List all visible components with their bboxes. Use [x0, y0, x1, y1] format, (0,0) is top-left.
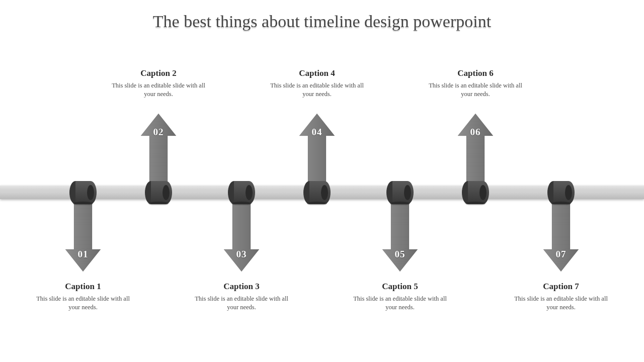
caption-body-06: This slide is an editable slide with all…: [423, 81, 528, 99]
timeline-ring-03: [227, 180, 256, 205]
svg-point-13: [246, 185, 253, 200]
timeline-ring-02: [144, 180, 173, 205]
caption-block-03: Caption 3This slide is an editable slide…: [189, 282, 294, 312]
timeline-arrow-03: [224, 197, 259, 272]
timeline-ring-05: [385, 180, 415, 205]
caption-title-04: Caption 4: [264, 68, 370, 78]
timeline-number-04: 04: [299, 127, 335, 138]
timeline-arrow-05: [382, 197, 418, 272]
timeline-number-03: 03: [224, 249, 259, 260]
caption-block-01: Caption 1This slide is an editable slide…: [30, 282, 136, 312]
caption-body-01: This slide is an editable slide with all…: [30, 295, 136, 312]
svg-point-3: [87, 185, 94, 200]
caption-title-02: Caption 2: [106, 68, 211, 78]
timeline-number-07: 07: [543, 249, 579, 260]
caption-body-07: This slide is an editable slide with all…: [508, 295, 614, 312]
timeline-arrow-06: [458, 114, 493, 188]
timeline-ring-01: [68, 180, 98, 205]
caption-title-07: Caption 7: [508, 282, 614, 292]
slide: { "title": "The best things about timeli…: [0, 0, 644, 362]
timeline-ring-04: [302, 180, 332, 205]
svg-point-33: [565, 185, 572, 200]
timeline-number-01: 01: [65, 249, 101, 260]
timeline-arrow-02: [141, 114, 176, 188]
caption-body-05: This slide is an editable slide with all…: [347, 295, 453, 312]
caption-title-05: Caption 5: [347, 282, 453, 292]
caption-block-06: Caption 6This slide is an editable slide…: [423, 68, 528, 99]
caption-block-02: Caption 2This slide is an editable slide…: [106, 68, 211, 99]
caption-body-04: This slide is an editable slide with all…: [264, 81, 370, 99]
timeline-number-02: 02: [141, 127, 176, 138]
timeline-arrow-07: [543, 197, 579, 272]
caption-block-04: Caption 4This slide is an editable slide…: [264, 68, 370, 99]
caption-body-03: This slide is an editable slide with all…: [189, 295, 294, 312]
svg-point-23: [404, 185, 411, 200]
caption-body-02: This slide is an editable slide with all…: [106, 81, 211, 99]
timeline-ring-06: [461, 180, 490, 205]
caption-block-07: Caption 7This slide is an editable slide…: [508, 282, 614, 312]
slide-title: The best things about timeline design po…: [0, 12, 644, 31]
timeline-arrow-01: [65, 197, 101, 272]
caption-title-06: Caption 6: [423, 68, 528, 78]
timeline-number-06: 06: [458, 127, 493, 138]
timeline-arrow-04: [299, 114, 335, 188]
svg-point-8: [163, 185, 170, 200]
caption-title-03: Caption 3: [189, 282, 294, 292]
timeline-ring-07: [546, 180, 576, 205]
svg-point-18: [321, 185, 328, 200]
svg-point-28: [479, 185, 487, 200]
timeline-number-05: 05: [382, 249, 418, 260]
caption-block-05: Caption 5This slide is an editable slide…: [347, 282, 453, 312]
caption-title-01: Caption 1: [30, 282, 136, 292]
